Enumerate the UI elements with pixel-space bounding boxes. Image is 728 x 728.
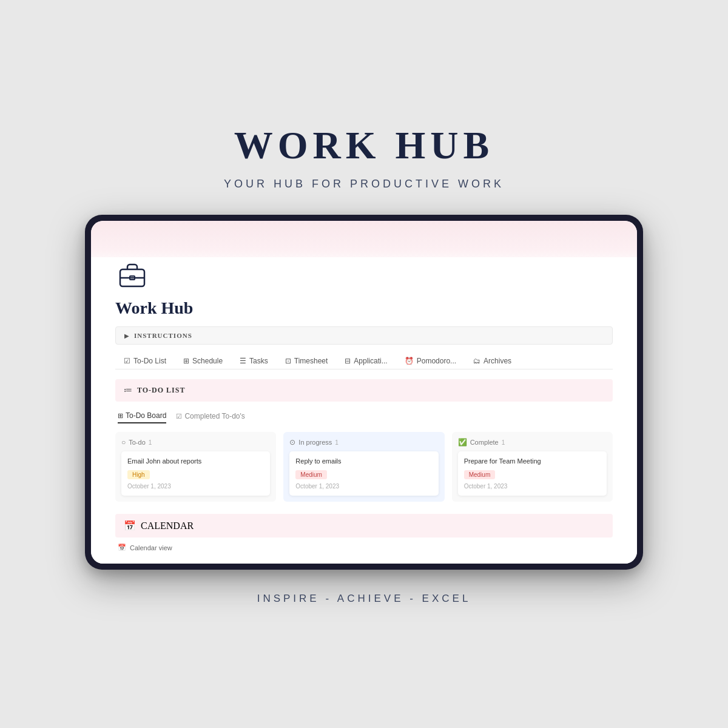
page-footer: INSPIRE - ACHIEVE - EXCEL bbox=[257, 593, 471, 605]
pomodoro-tab-icon: ⏰ bbox=[405, 357, 414, 365]
tablet-screen: Work Hub ▶ INSTRUCTIONS ☑ To-Do List ⊞ S… bbox=[91, 221, 637, 564]
calendar-icon: 📅 bbox=[118, 544, 126, 551]
inprogress-col-count: 1 bbox=[335, 439, 339, 446]
todo-section-header: ≔ TO-DO LIST bbox=[115, 379, 613, 402]
tasks-tab-icon: ☰ bbox=[240, 357, 246, 365]
kanban-card[interactable]: Email John about reports High October 1,… bbox=[121, 451, 270, 496]
tab-archives[interactable]: 🗂 Archives bbox=[465, 353, 520, 369]
schedule-tab-icon: ⊞ bbox=[183, 357, 189, 365]
tab-archives-label: Archives bbox=[484, 357, 511, 365]
completed-subtab-label: Completed To-do's bbox=[184, 412, 244, 420]
tab-tasks-label: Tasks bbox=[249, 357, 268, 365]
tab-timesheet[interactable]: ⊡ Timesheet bbox=[277, 353, 337, 369]
complete-col-label: Complete bbox=[470, 439, 499, 446]
tab-schedule[interactable]: ⊞ Schedule bbox=[175, 353, 231, 369]
timesheet-tab-icon: ⊡ bbox=[285, 357, 291, 365]
inprogress-col-label: In progress bbox=[298, 439, 332, 446]
card-date: October 1, 2023 bbox=[464, 483, 601, 490]
todo-section-icon: ≔ bbox=[124, 385, 132, 396]
card-title: Reply to emails bbox=[295, 457, 432, 465]
calendar-section-icon: 📅 bbox=[124, 520, 136, 531]
tablet-device: Work Hub ▶ INSTRUCTIONS ☑ To-Do List ⊞ S… bbox=[85, 215, 643, 570]
board-subtab-label: To-Do Board bbox=[126, 411, 166, 420]
todo-tab-icon: ☑ bbox=[124, 357, 130, 365]
card-badge-medium: Medium bbox=[295, 470, 327, 479]
screen-content: Work Hub ▶ INSTRUCTIONS ☑ To-Do List ⊞ S… bbox=[91, 257, 637, 564]
notion-page-title: Work Hub bbox=[115, 298, 613, 318]
card-title: Prepare for Team Meeting bbox=[464, 457, 601, 465]
calendar-section-header: 📅 CALENDAR bbox=[115, 514, 613, 538]
complete-status-icon: ✅ bbox=[458, 438, 467, 447]
card-title: Email John about reports bbox=[127, 457, 264, 465]
kanban-col-inprogress: ⊙ In progress 1 Reply to emails Medium O… bbox=[283, 432, 444, 502]
calendar-section-label: CALENDAR bbox=[141, 521, 194, 531]
calendar-view-row[interactable]: 📅 Calendar view bbox=[115, 544, 613, 551]
card-date: October 1, 2023 bbox=[295, 483, 432, 490]
kanban-board: ○ To-do 1 Email John about reports High … bbox=[115, 432, 613, 502]
kanban-col-complete: ✅ Complete 1 Prepare for Team Meeting Me… bbox=[452, 432, 613, 502]
arrow-icon: ▶ bbox=[124, 332, 129, 339]
todo-section-label: TO-DO LIST bbox=[137, 386, 185, 395]
sub-tab-completed[interactable]: ☑ Completed To-do's bbox=[176, 411, 244, 423]
col-header-inprogress: ⊙ In progress 1 bbox=[289, 438, 438, 447]
briefcase-icon bbox=[115, 257, 613, 294]
completed-subtab-icon: ☑ bbox=[176, 413, 182, 420]
tab-tasks[interactable]: ☰ Tasks bbox=[231, 353, 277, 369]
sub-tabs: ⊞ To-Do Board ☑ Completed To-do's bbox=[115, 411, 613, 423]
tab-applications[interactable]: ⊟ Applicati... bbox=[336, 353, 396, 369]
applications-tab-icon: ⊟ bbox=[345, 357, 351, 365]
tab-timesheet-label: Timesheet bbox=[294, 357, 328, 365]
instructions-label: INSTRUCTIONS bbox=[134, 332, 192, 339]
todo-status-icon: ○ bbox=[121, 438, 126, 447]
tab-todo[interactable]: ☑ To-Do List bbox=[115, 353, 175, 369]
kanban-col-todo: ○ To-do 1 Email John about reports High … bbox=[115, 432, 276, 502]
card-date: October 1, 2023 bbox=[127, 483, 264, 490]
page-title: WORK HUB bbox=[234, 123, 494, 168]
tab-schedule-label: Schedule bbox=[192, 357, 223, 365]
instructions-bar[interactable]: ▶ INSTRUCTIONS bbox=[115, 326, 613, 345]
archives-tab-icon: 🗂 bbox=[473, 357, 480, 365]
page-subtitle: YOUR HUB FOR PRODUCTIVE WORK bbox=[224, 178, 504, 190]
sub-tab-board[interactable]: ⊞ To-Do Board bbox=[118, 411, 166, 423]
board-subtab-icon: ⊞ bbox=[118, 412, 123, 420]
col-header-complete: ✅ Complete 1 bbox=[458, 438, 607, 447]
tab-todo-label: To-Do List bbox=[133, 357, 166, 365]
complete-col-count: 1 bbox=[502, 439, 505, 446]
calendar-view-label: Calendar view bbox=[130, 544, 172, 551]
tab-pomodoro-label: Pomodoro... bbox=[417, 357, 456, 365]
nav-tabs: ☑ To-Do List ⊞ Schedule ☰ Tasks ⊡ Timesh… bbox=[115, 353, 613, 369]
inprogress-status-icon: ⊙ bbox=[289, 438, 295, 447]
tab-applications-label: Applicati... bbox=[354, 357, 387, 365]
kanban-card[interactable]: Prepare for Team Meeting Medium October … bbox=[458, 451, 607, 496]
kanban-card[interactable]: Reply to emails Medium October 1, 2023 bbox=[289, 451, 438, 496]
todo-col-label: To-do bbox=[129, 439, 146, 446]
todo-col-count: 1 bbox=[149, 439, 152, 446]
card-badge-high: High bbox=[127, 470, 150, 479]
col-header-todo: ○ To-do 1 bbox=[121, 438, 270, 447]
tab-pomodoro[interactable]: ⏰ Pomodoro... bbox=[396, 353, 465, 369]
card-badge-medium: Medium bbox=[464, 470, 496, 479]
